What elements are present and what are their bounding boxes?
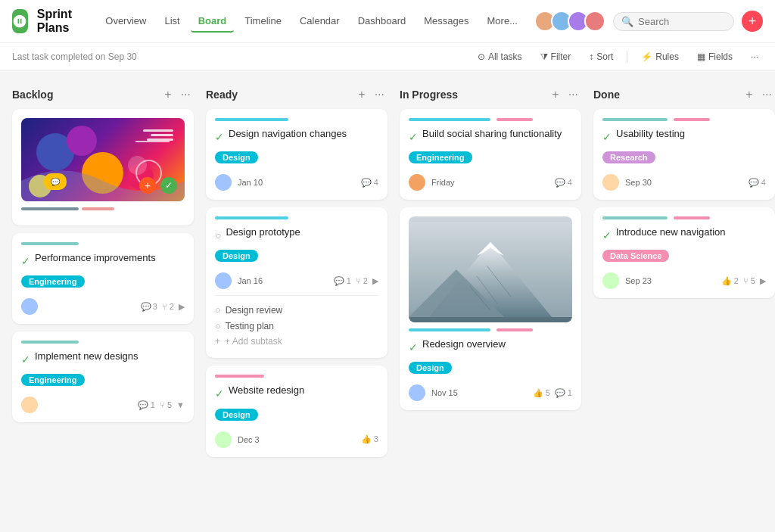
like-count: 👍 5 bbox=[533, 388, 550, 398]
card-intro-navigation: ✓ Introduce new navigation Data Science … bbox=[593, 207, 775, 298]
plus-badge: + bbox=[139, 177, 156, 194]
column-add-btn[interactable]: + bbox=[355, 86, 368, 103]
color-bars bbox=[409, 118, 572, 121]
card-date: Sep 23 bbox=[625, 276, 652, 285]
color-bars bbox=[602, 118, 766, 121]
avatar bbox=[409, 384, 425, 401]
tag-design: Design bbox=[215, 151, 258, 163]
check-icon: ✓ bbox=[21, 255, 30, 267]
subtask-item: ○ Testing plan bbox=[215, 318, 378, 334]
card-check: ✓ Website redesign bbox=[215, 384, 378, 403]
color-bar bbox=[21, 207, 79, 210]
fields-btn[interactable]: ▦ Fields bbox=[693, 49, 737, 64]
tag-engineering: Engineering bbox=[21, 275, 85, 288]
column-header-actions: + ··· bbox=[355, 86, 388, 103]
column-done: Done + ··· ✓ Usability testing Research … bbox=[593, 83, 775, 306]
avatar bbox=[409, 174, 425, 191]
more-options-btn[interactable]: ··· bbox=[746, 49, 763, 64]
check-icon: ✓ bbox=[409, 131, 418, 143]
column-menu-btn[interactable]: ··· bbox=[178, 86, 194, 103]
card-stats: 💬 4 bbox=[749, 178, 766, 188]
card-check: ✓ Redesign overview bbox=[409, 338, 572, 357]
tab-calendar[interactable]: Calendar bbox=[292, 11, 347, 33]
card-footer: Dec 3 👍 3 bbox=[215, 431, 378, 448]
card-website-redesign: ✓ Website redesign Design Dec 3 👍 3 bbox=[206, 366, 388, 456]
like-count: 👍 2 bbox=[721, 276, 739, 286]
rules-btn[interactable]: ⚡ Rules bbox=[636, 49, 683, 64]
column-menu-btn[interactable]: ··· bbox=[759, 86, 775, 103]
card-stats: 👍 2 ⑂ 5 ▶ bbox=[721, 276, 766, 286]
color-bar bbox=[82, 207, 114, 210]
branch-count: ⑂ 5 bbox=[160, 400, 172, 409]
sort-icon: ↕ bbox=[589, 51, 593, 62]
mountain-image bbox=[409, 216, 572, 322]
search-box[interactable]: 🔍 bbox=[613, 12, 734, 31]
avatar bbox=[584, 11, 605, 32]
avatar-group bbox=[534, 11, 605, 32]
hero-abstract-image: ✓ + 💬 bbox=[21, 118, 185, 201]
nav-tabs: Overview List Board Timeline Calendar Da… bbox=[98, 11, 525, 33]
search-input[interactable] bbox=[638, 16, 729, 27]
last-task-status: Last task completed on Sep 30 bbox=[12, 51, 461, 62]
shape bbox=[135, 141, 170, 142]
card-footer: Sep 23 👍 2 ⑂ 5 ▶ bbox=[602, 272, 766, 289]
tab-more[interactable]: More... bbox=[480, 11, 525, 33]
comment-count: 💬 1 bbox=[138, 400, 155, 410]
card-check: ✓ Usability testing bbox=[602, 127, 766, 147]
comment-count: 💬 3 bbox=[141, 302, 157, 312]
column-menu-btn[interactable]: ··· bbox=[565, 86, 581, 103]
expand-icon[interactable]: ▶ bbox=[760, 276, 766, 286]
tag-data-science: Data Science bbox=[602, 250, 669, 262]
divider bbox=[627, 51, 627, 63]
add-subtask-btn[interactable]: + + Add subtask bbox=[215, 334, 378, 349]
tab-dashboard[interactable]: Dashboard bbox=[350, 11, 414, 33]
avatar bbox=[215, 272, 232, 289]
add-button[interactable]: + bbox=[742, 11, 763, 32]
card-check: ✓ Performance improvements bbox=[21, 251, 185, 271]
column-add-btn[interactable]: + bbox=[549, 86, 562, 103]
card-redesign-overview: ✓ Redesign overview Design Nov 15 👍 5 💬 … bbox=[400, 207, 581, 410]
tab-timeline[interactable]: Timeline bbox=[237, 11, 289, 33]
tag-design: Design bbox=[215, 250, 258, 262]
tab-overview[interactable]: Overview bbox=[98, 11, 154, 33]
color-bars bbox=[21, 242, 185, 245]
color-bar bbox=[215, 375, 264, 378]
subtask-list: ○ Design review ○ Testing plan + + Add s… bbox=[215, 295, 378, 349]
column-add-btn[interactable]: + bbox=[742, 86, 755, 103]
avatar bbox=[215, 431, 232, 448]
card-date: Friday bbox=[431, 178, 455, 187]
avatar bbox=[21, 397, 38, 413]
card-footer: Jan 10 💬 4 bbox=[215, 174, 378, 191]
line-group bbox=[143, 129, 173, 141]
column-menu-btn[interactable]: ··· bbox=[372, 86, 388, 103]
color-bar bbox=[496, 328, 533, 331]
color-bars bbox=[21, 207, 185, 210]
top-bar: Sprint Plans Overview List Board Timelin… bbox=[0, 0, 775, 43]
fields-icon: ▦ bbox=[697, 51, 705, 62]
card-stats: 💬 4 bbox=[555, 178, 572, 188]
tag-engineering: Engineering bbox=[21, 374, 85, 386]
column-title-backlog: Backlog bbox=[12, 89, 53, 101]
tab-board[interactable]: Board bbox=[191, 11, 235, 33]
column-title-in-progress: In Progress bbox=[400, 89, 458, 101]
column-add-btn[interactable]: + bbox=[161, 86, 174, 103]
tab-messages[interactable]: Messages bbox=[416, 11, 476, 33]
card-check: ✓ Implement new designs bbox=[21, 350, 185, 369]
card-date: Dec 3 bbox=[238, 435, 260, 444]
column-ready: Ready + ··· ✓ Design navigation changes … bbox=[206, 83, 388, 465]
expand-icon[interactable]: ▶ bbox=[372, 276, 378, 286]
tab-list[interactable]: List bbox=[157, 11, 187, 33]
color-bar bbox=[215, 118, 288, 121]
check-icon: ✓ bbox=[215, 387, 224, 400]
speech-icon: 💬 bbox=[44, 173, 67, 190]
column-title-ready: Ready bbox=[206, 89, 238, 101]
all-tasks-btn[interactable]: ⊙ All tasks bbox=[473, 49, 527, 64]
like-count: 👍 3 bbox=[361, 434, 378, 444]
card-footer: Sep 30 💬 4 bbox=[602, 174, 766, 191]
filter-btn[interactable]: ⧩ Filter bbox=[536, 49, 576, 64]
sort-btn[interactable]: ↕ Sort bbox=[584, 49, 618, 64]
card-stats: 💬 1 ⑂ 5 ▼ bbox=[138, 400, 185, 410]
comment-count: 💬 4 bbox=[749, 178, 766, 188]
expand-icon[interactable]: ▼ bbox=[176, 400, 185, 409]
color-bar bbox=[674, 216, 710, 219]
